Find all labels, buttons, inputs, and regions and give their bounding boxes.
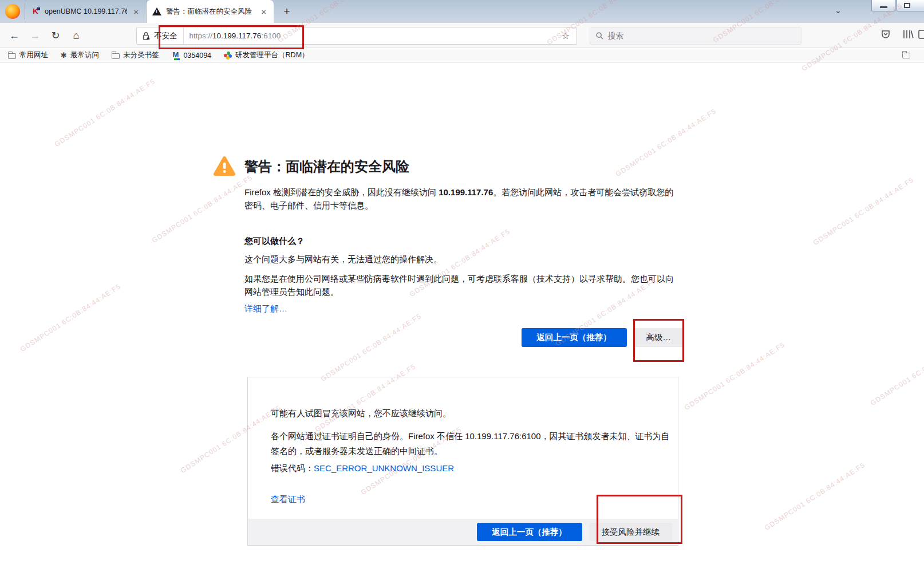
- tab-close-icon[interactable]: ×: [132, 7, 140, 17]
- rdm-dots-icon: [224, 52, 232, 60]
- tab-openubmc[interactable]: K openUBMC 10.199.117.76 ×: [25, 0, 147, 23]
- folder-icon: [112, 53, 120, 59]
- bookmark-star-icon[interactable]: ☆: [555, 30, 576, 41]
- what-paragraph-2: 如果您是在使用公司网络或某些防病毒软件时遇到此问题，可考虑联系客服（技术支持）以…: [244, 272, 681, 298]
- tab-title: openUBMC 10.199.117.76: [45, 7, 127, 15]
- browser-window: K openUBMC 10.199.117.76 × 警告：面临潜在的安全风险 …: [0, 0, 924, 564]
- new-tab-button[interactable]: +: [279, 5, 294, 19]
- openubmc-favicon-icon: K: [31, 7, 40, 16]
- tab-security-warning[interactable]: 警告：面临潜在的安全风险 ×: [147, 0, 274, 23]
- go-back-button[interactable]: 返回上一页（推荐）: [522, 328, 627, 347]
- search-bar[interactable]: 搜索: [590, 27, 801, 45]
- tab-list-chevron-icon[interactable]: ⌄: [835, 6, 842, 15]
- insecure-lock-icon: [143, 31, 151, 41]
- page-title: 警告：面临潜在的安全风险: [244, 157, 409, 176]
- bookmark-label: 常用网址: [19, 50, 48, 60]
- error-code-line: 错误代码：SEC_ERROR_UNKNOWN_ISSUER: [271, 461, 670, 476]
- annotation-box-accept-risk: [597, 495, 682, 544]
- bookmarks-overflow-folder-icon[interactable]: [902, 52, 910, 58]
- firefox-logo-icon: [5, 4, 20, 19]
- window-maximize-button[interactable]: [897, 0, 924, 11]
- bookmark-item-0354094[interactable]: M 0354094: [171, 51, 211, 60]
- search-icon: [596, 32, 603, 40]
- bookmark-item-changyongwangzhi[interactable]: 常用网址: [8, 50, 48, 60]
- tab-title: 警告：面临潜在的安全风险: [166, 7, 255, 17]
- library-icon[interactable]: [902, 29, 914, 40]
- tab-close-icon[interactable]: ×: [259, 7, 268, 17]
- window-minimize-button[interactable]: [871, 0, 895, 11]
- bookmark-label: 研发管理平台（RDM）: [235, 50, 309, 60]
- tab-bar: K openUBMC 10.199.117.76 × 警告：面临潜在的安全风险 …: [0, 0, 924, 23]
- sidebar-icon[interactable]: [918, 29, 924, 40]
- back-button[interactable]: ←: [7, 29, 22, 44]
- advanced-paragraph-2: 各个网站通过证书证明自己的身份。Firefox 不信任 10.199.117.7…: [271, 429, 670, 459]
- annotation-box-url: [159, 25, 304, 49]
- home-button[interactable]: ⌂: [69, 29, 84, 44]
- what-can-you-do-heading: 您可以做什么？: [244, 234, 678, 247]
- reload-button[interactable]: ↻: [48, 29, 63, 44]
- search-placeholder: 搜索: [608, 31, 623, 41]
- pocket-icon[interactable]: [880, 29, 891, 40]
- advanced-paragraph-1: 可能有人试图冒充该网站，您不应该继续访问。: [271, 406, 670, 421]
- bookmark-item-rdm[interactable]: 研发管理平台（RDM）: [224, 50, 309, 60]
- folder-icon: [8, 53, 16, 59]
- host-name: 10.199.117.76: [439, 187, 493, 197]
- what-paragraph-1: 这个问题大多与网站有关，无法通过您的操作解决。: [244, 253, 678, 266]
- error-page: 警告：面临潜在的安全风险 Firefox 检测到潜在的安全威胁，因此没有继续访问…: [0, 63, 924, 564]
- annotation-box-advanced: [633, 319, 684, 362]
- bookmark-item-most-visited[interactable]: ✱ 最常访问: [61, 50, 99, 60]
- error-code-link[interactable]: SEC_ERROR_UNKNOWN_ISSUER: [314, 463, 454, 473]
- learn-more-link[interactable]: 详细了解…: [244, 303, 287, 314]
- warning-triangle-favicon-icon: [152, 7, 161, 15]
- go-back-button-footer[interactable]: 返回上一页（推荐）: [477, 523, 582, 541]
- bookmark-label: 未分类书签: [123, 50, 159, 60]
- bookmark-label: 0354094: [183, 52, 211, 60]
- primary-button-row: 返回上一页（推荐） 高级…: [244, 328, 684, 347]
- forward-button: →: [27, 29, 42, 44]
- bookmark-label: 最常访问: [70, 50, 99, 60]
- mantis-m-icon: M: [171, 51, 180, 60]
- bookmark-item-unsorted[interactable]: 未分类书签: [112, 50, 159, 60]
- warning-triangle-icon: [213, 156, 236, 178]
- bookmarks-bar: 常用网址 ✱ 最常访问 未分类书签 M 0354094 研发管理平台（RDM）: [0, 48, 924, 63]
- gear-icon: ✱: [61, 52, 67, 59]
- intro-paragraph: Firefox 检测到潜在的安全威胁，因此没有继续访问 10.199.117.7…: [244, 186, 678, 212]
